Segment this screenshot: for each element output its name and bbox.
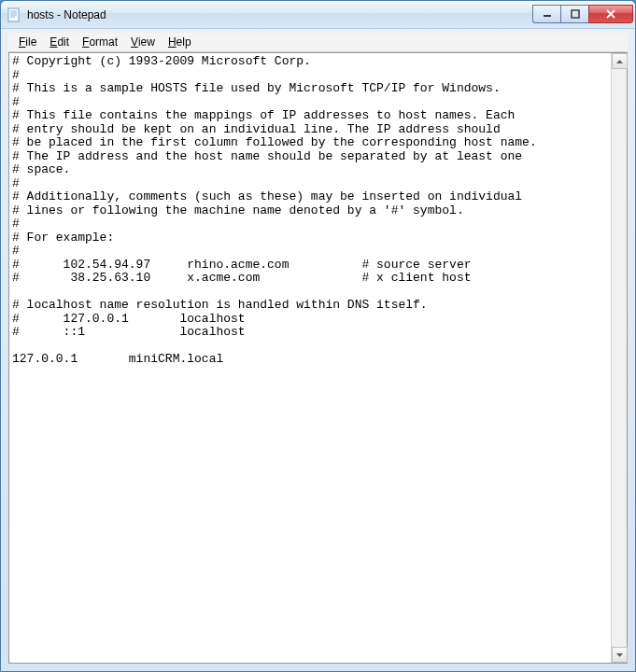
menu-format[interactable]: Format xyxy=(76,34,124,50)
maximize-icon xyxy=(571,9,580,19)
menu-edit-rest: dit xyxy=(57,35,69,49)
menubar: File Edit Format View Help xyxy=(8,33,628,52)
menu-view-rest: iew xyxy=(138,35,155,49)
vertical-scrollbar[interactable] xyxy=(611,53,627,663)
menu-help[interactable]: Help xyxy=(162,34,198,50)
chevron-up-icon xyxy=(616,60,623,63)
window-title: hosts - Notepad xyxy=(27,8,532,21)
text-editor[interactable]: # Copyright (c) 1993-2009 Microsoft Corp… xyxy=(9,53,611,663)
svg-rect-5 xyxy=(544,15,551,17)
window-controls xyxy=(532,5,633,23)
notepad-icon xyxy=(7,7,21,22)
titlebar[interactable]: hosts - Notepad xyxy=(1,1,635,29)
menu-edit[interactable]: Edit xyxy=(43,34,76,50)
scroll-down-button[interactable] xyxy=(612,647,628,663)
scroll-track[interactable] xyxy=(612,69,627,647)
scroll-up-button[interactable] xyxy=(612,53,628,69)
menu-file[interactable]: File xyxy=(12,34,43,50)
client-area: # Copyright (c) 1993-2009 Microsoft Corp… xyxy=(8,52,628,664)
menu-format-rest: ormat xyxy=(89,35,118,49)
notepad-window: hosts - Notepad File Edit Format View He… xyxy=(0,0,636,672)
minimize-button[interactable] xyxy=(532,5,560,23)
close-icon xyxy=(605,9,616,19)
menu-help-rest: elp xyxy=(177,35,191,49)
menu-view[interactable]: View xyxy=(124,34,162,50)
chevron-down-icon xyxy=(616,653,623,657)
svg-rect-6 xyxy=(572,10,579,18)
maximize-button[interactable] xyxy=(560,5,588,23)
menu-file-rest: ile xyxy=(25,35,36,49)
close-button[interactable] xyxy=(588,5,633,23)
minimize-icon xyxy=(543,9,552,19)
